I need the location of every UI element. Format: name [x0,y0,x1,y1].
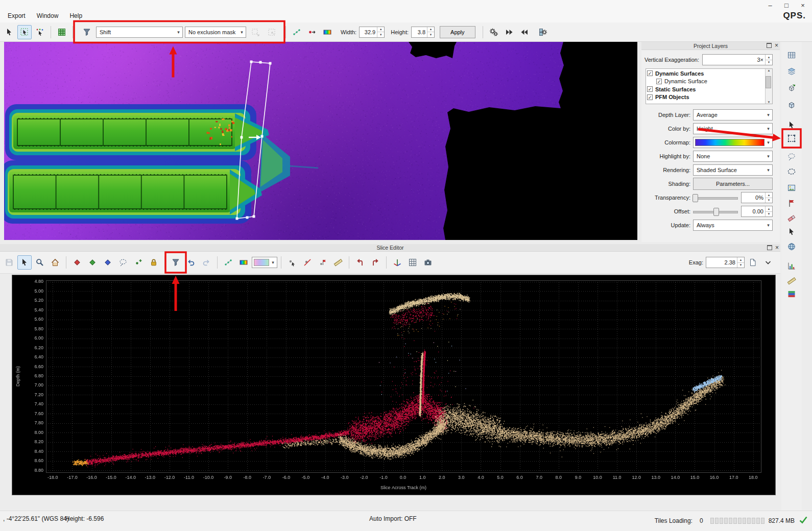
axes-3d-icon[interactable] [390,255,404,270]
more-chevron-icon[interactable] [761,255,775,270]
apply-button[interactable]: Apply [440,26,475,38]
mode-dropdown[interactable]: Shift ▾ [96,27,183,38]
pick-info-icon[interactable] [785,225,798,238]
mini-colormap-icon[interactable] [236,255,251,270]
lasso-tool-icon[interactable] [116,255,130,270]
spin-down-icon[interactable]: ▼ [766,60,772,65]
menu-window[interactable]: Window [32,11,63,21]
slice-filter-icon[interactable] [169,255,183,270]
close-button[interactable]: × [795,0,811,11]
redo-icon[interactable] [199,255,213,270]
surface-blue-icon[interactable] [101,255,115,270]
colormap-dropdown[interactable]: ▾ [693,137,773,148]
shading-button[interactable]: Parameters... [693,178,773,190]
measure-icon[interactable] [331,255,345,270]
layer-tree-row[interactable]: ✓PFM Objects [647,93,765,102]
home-view-icon[interactable] [48,255,62,270]
add-points-icon[interactable] [131,255,146,270]
spin-up-icon[interactable]: ▲ [737,257,744,263]
ruler-icon[interactable] [785,274,798,287]
rewind-icon[interactable] [517,25,532,39]
cube-3d-icon[interactable] [785,99,798,112]
spin-down-icon[interactable]: ▼ [766,212,772,217]
layer-checkbox[interactable]: ✓ [647,86,653,92]
exag-input[interactable]: 2.38 ▲▼ [706,257,745,268]
minimize-button[interactable]: – [762,0,778,11]
tree-scroll-thumb[interactable] [766,76,771,88]
eraser-icon[interactable] [785,211,798,225]
edit-tool-icon[interactable] [17,25,32,39]
scroll-up-icon[interactable]: ▲ [768,69,771,72]
flag-point-icon[interactable] [316,255,330,270]
lock-icon[interactable] [147,255,161,270]
vexag-input[interactable]: 3× ▲▼ [702,54,773,65]
mask-dropdown[interactable]: No exclusion mask ▾ [185,27,246,38]
snapshot-icon[interactable] [421,255,435,270]
transparency-input[interactable]: 0%▲▼ [741,192,773,203]
layer-checkbox[interactable]: ✓ [647,70,653,76]
shrink-selection-icon[interactable] [265,25,279,39]
image-view-icon[interactable] [785,181,798,195]
colormap-icon[interactable] [320,25,335,39]
layer-checkbox[interactable]: ✓ [656,79,662,84]
zoom-tool-icon[interactable] [33,255,47,270]
processing-settings-icon[interactable] [536,25,550,39]
layer-tree-row[interactable]: ✓Static Surfaces [647,85,765,93]
selection-filter-icon[interactable] [80,25,94,39]
offset-slider[interactable] [693,207,738,216]
point-track-icon[interactable] [305,25,319,39]
color-scale-dropdown[interactable]: ▾ [252,257,277,268]
pointer-select-icon[interactable] [785,118,798,132]
points-line-icon[interactable] [221,255,235,270]
turn-right-icon[interactable] [368,255,383,270]
lasso-select-icon[interactable] [785,150,798,163]
grid-view-icon[interactable] [405,255,420,270]
settings-gears-icon[interactable] [487,25,501,39]
grow-selection-icon[interactable] [248,25,262,39]
surface-green-icon[interactable] [85,255,100,270]
spin-up-icon[interactable]: ▲ [766,206,772,212]
surface-grid-icon[interactable] [55,25,69,39]
spin-up-icon[interactable]: ▲ [766,55,772,60]
close-panel-icon[interactable]: × [775,245,779,250]
cursor-tool-icon[interactable] [17,255,32,270]
export-page-icon[interactable] [746,255,760,270]
spin-down-icon[interactable]: ▼ [766,198,772,203]
menu-help[interactable]: Help [65,11,87,21]
select-point-icon[interactable] [285,255,299,270]
layer-checkbox[interactable]: ✓ [647,94,653,100]
select-tool-icon[interactable] [33,25,47,39]
scroll-down-icon[interactable]: ▼ [768,101,771,104]
marquee-select-icon[interactable] [785,132,798,145]
save-icon[interactable] [2,255,16,270]
rotate-3d-icon[interactable] [785,82,798,95]
swatch-icon[interactable] [785,287,798,301]
layer-tree-row[interactable]: ✓Dynamic Surface [647,78,765,86]
menu-export[interactable]: Export [3,11,30,21]
surface-red-icon[interactable] [70,255,84,270]
spin-down-icon[interactable]: ▼ [377,32,384,37]
explore-tool-icon[interactable] [2,25,16,39]
update-dropdown[interactable]: Always▾ [693,220,773,231]
spin-up-icon[interactable]: ▲ [766,192,772,198]
globe-icon[interactable] [785,240,798,253]
layer-stack-icon[interactable] [785,65,798,78]
height-input[interactable]: 3.8 ▲▼ [411,27,435,38]
spin-up-icon[interactable]: ▲ [427,27,434,33]
flag-view-icon[interactable] [785,197,798,210]
ellipse-select-icon[interactable] [785,165,798,178]
close-panel-icon[interactable]: × [775,43,778,48]
rendering-dropdown[interactable]: Shaded Surface▾ [693,164,773,176]
histogram-icon[interactable] [785,259,798,273]
width-input[interactable]: 32.9 ▲▼ [359,27,385,38]
color-by-dropdown[interactable]: Height▾ [693,123,773,134]
float-panel-icon[interactable] [767,43,772,48]
maximize-button[interactable]: □ [778,0,795,11]
layer-tree-row[interactable]: ✓Dynamic Surfaces [647,69,765,78]
deselect-point-icon[interactable] [300,255,315,270]
scene-3d-view[interactable] [4,42,637,240]
depth-layer-dropdown[interactable]: Average▾ [693,109,773,120]
fast-forward-icon[interactable] [502,25,516,39]
slice-plot[interactable] [12,275,776,495]
spin-down-icon[interactable]: ▼ [737,263,744,268]
